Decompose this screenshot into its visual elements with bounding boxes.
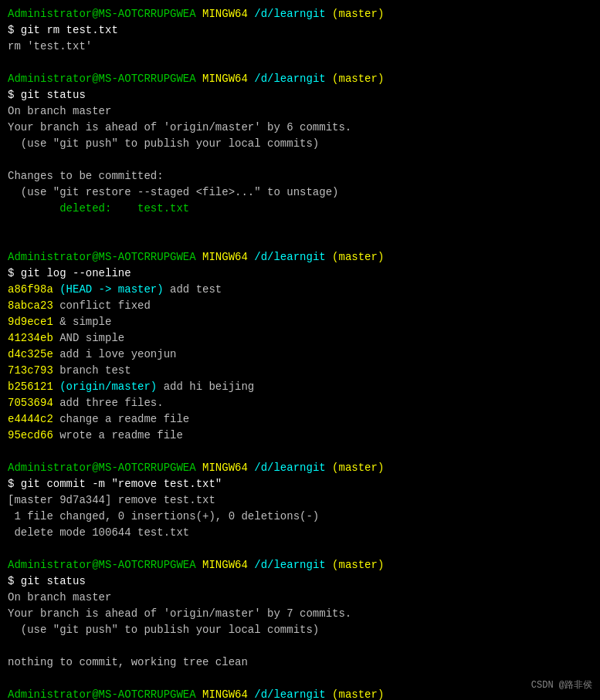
output-branch-2: On branch master: [8, 590, 592, 606]
log-9d9ece1: 9d9ece1 & simple: [8, 314, 592, 330]
prompt-line-3: Administrator@MS-AOTCRRUPGWEA MINGW64 /d…: [8, 249, 592, 265]
command-line-5: $ git status: [8, 573, 592, 590]
output-file-changed: 1 file changed, 0 insertions(+), 0 delet…: [8, 509, 592, 525]
command-line-3: $ git log --oneline: [8, 265, 592, 282]
command-line-1: $ git rm test.txt: [8, 22, 592, 39]
output-delete-mode: delete mode 100644 test.txt: [8, 525, 592, 541]
log-95ecd66: 95ecd66 wrote a readme file: [8, 428, 592, 444]
prompt-line-2: Administrator@MS-AOTCRRUPGWEA MINGW64 /d…: [8, 71, 592, 87]
output-deleted: deleted: test.txt: [8, 201, 592, 217]
output-push-hint-2: (use "git push" to publish your local co…: [8, 622, 592, 638]
terminal: Administrator@MS-AOTCRRUPGWEA MINGW64 /d…: [8, 6, 592, 700]
command-line-4: $ git commit -m "remove test.txt": [8, 476, 592, 492]
log-d4c325e: d4c325e add i love yeonjun: [8, 347, 592, 363]
watermark: CSDN @路非侯: [531, 678, 592, 692]
prompt-line-1: Administrator@MS-AOTCRRUPGWEA MINGW64 /d…: [8, 6, 592, 22]
log-8abca23: 8abca23 conflict fixed: [8, 298, 592, 314]
output-restore-hint: (use "git restore --staged <file>..." to…: [8, 184, 592, 201]
log-a86f98a: a86f98a (HEAD -> master) add test: [8, 282, 592, 298]
output-ahead-6: Your branch is ahead of 'origin/master' …: [8, 120, 592, 136]
output-nothing-to-commit: nothing to commit, working tree clean: [8, 654, 592, 671]
log-e4444c2: e4444c2 change a readme file: [8, 411, 592, 428]
output-rm: rm 'test.txt': [8, 39, 592, 55]
prompt-line-6: Administrator@MS-AOTCRRUPGWEA MINGW64 /d…: [8, 687, 592, 700]
output-ahead-7: Your branch is ahead of 'origin/master' …: [8, 606, 592, 622]
prompt-line-5: Administrator@MS-AOTCRRUPGWEA MINGW64 /d…: [8, 557, 592, 573]
output-push-hint: (use "git push" to publish your local co…: [8, 136, 592, 152]
prompt-line-4: Administrator@MS-AOTCRRUPGWEA MINGW64 /d…: [8, 460, 592, 476]
output-changes: Changes to be committed:: [8, 168, 592, 184]
output-commit-result: [master 9d7a344] remove test.txt: [8, 492, 592, 509]
output-branch: On branch master: [8, 103, 592, 120]
command-line-2: $ git status: [8, 87, 592, 103]
log-713c793: 713c793 branch test: [8, 363, 592, 379]
log-41234eb: 41234eb AND simple: [8, 330, 592, 347]
log-b256121: b256121 (origin/master) add hi beijing: [8, 379, 592, 395]
log-7053694: 7053694 add three files.: [8, 395, 592, 411]
